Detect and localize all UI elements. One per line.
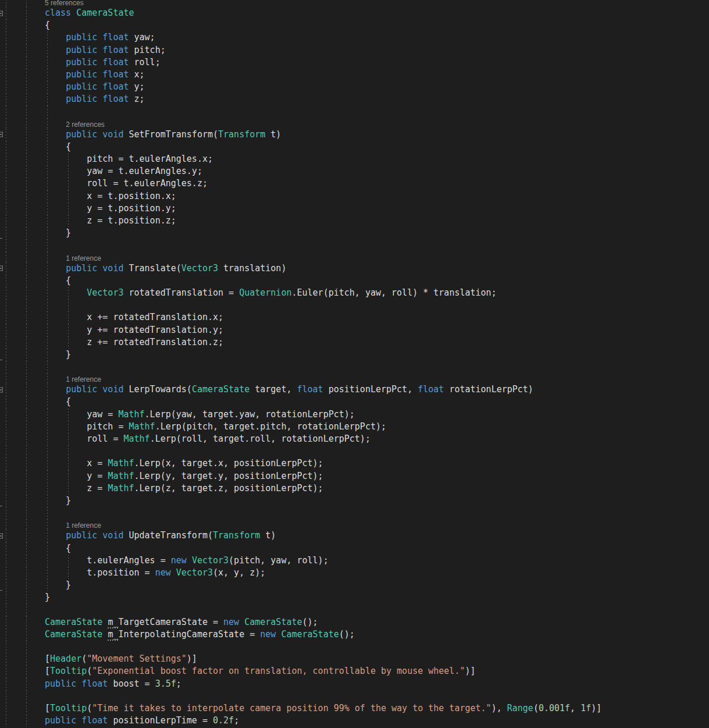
code-token: float (81, 679, 108, 689)
code-token: Vector3 (192, 555, 229, 566)
code-token (45, 81, 66, 92)
code-line[interactable]: t.position = new Vector3(x, y, z); (0, 567, 709, 579)
code-editor[interactable]: 5 referencesclass CameraState{ public fl… (0, 0, 709, 728)
code-line[interactable]: public float z; (0, 93, 709, 105)
code-line[interactable]: { (0, 141, 709, 153)
code-token: z = (45, 483, 108, 493)
indent-guide (6, 262, 6, 275)
fold-collapse-icon[interactable] (0, 132, 3, 137)
references-count-label[interactable]: 5 references (45, 0, 84, 7)
references-count-label[interactable]: 2 references (66, 120, 105, 129)
code-line[interactable] (0, 106, 709, 118)
code-line[interactable]: yaw = Mathf.Lerp(yaw, target.yaw, rotati… (0, 409, 709, 421)
code-line[interactable]: CameraState m_TargetCameraState = new Ca… (0, 616, 709, 628)
code-line[interactable]: [Tooltip("Time it takes to interpolate c… (0, 702, 709, 715)
code-token: yaw = t.eulerAngles.y; (45, 166, 202, 176)
code-line[interactable]: public float boost = 3.5f; (0, 678, 709, 690)
code-token: new (155, 567, 171, 578)
code-line[interactable]: x += rotatedTranslation.x; (0, 311, 709, 324)
indent-guide (26, 542, 27, 555)
indent-guide (26, 373, 27, 383)
code-line[interactable]: [Header("Movement Settings")] (0, 653, 709, 665)
code-token: .Lerp(x, target.x, positionLerpPct); (134, 458, 323, 468)
code-line[interactable] (0, 445, 709, 457)
code-line[interactable]: CameraState m_InterpolatingCameraState =… (0, 628, 709, 641)
code-token: (x, y, z); (213, 567, 265, 578)
code-line[interactable] (0, 507, 709, 519)
code-line[interactable]: public float roll; (0, 56, 709, 69)
code-line[interactable]: public void LerpTowards(CameraState targ… (0, 383, 709, 396)
code-token: ( (533, 703, 539, 713)
code-token (97, 530, 102, 541)
code-line[interactable]: } (0, 349, 709, 361)
code-token (97, 384, 102, 395)
code-line[interactable]: roll = Mathf.Lerp(roll, target.roll, rot… (0, 433, 709, 445)
code-line[interactable]: public float x; (0, 69, 709, 81)
code-line[interactable]: roll = t.eulerAngles.z; (0, 177, 709, 190)
code-line[interactable]: [Tooltip("Exponential boost factor on tr… (0, 665, 709, 677)
code-line[interactable]: public void Translate(Vector3 translatio… (0, 262, 709, 275)
code-line[interactable]: pitch = Mathf.Lerp(pitch, target.pitch, … (0, 421, 709, 433)
codelens-references[interactable]: 2 references (0, 118, 709, 129)
code-line[interactable]: pitch = t.eulerAngles.x; (0, 153, 709, 165)
code-line[interactable] (0, 641, 709, 653)
code-line[interactable] (0, 361, 709, 373)
code-token: rotationLerpPct) (444, 384, 533, 395)
codelens-references[interactable]: 1 reference (0, 519, 709, 530)
indent-guide (6, 7, 6, 19)
code-token: LerpTowards( (123, 384, 191, 395)
code-line[interactable] (0, 603, 709, 616)
code-line[interactable]: { (0, 275, 709, 287)
code-line[interactable]: z += rotatedTranslation.z; (0, 336, 709, 349)
indent-guide (6, 616, 6, 628)
indent-guide (26, 507, 27, 519)
code-token: rotatedTranslation = (123, 287, 239, 298)
code-line[interactable]: { (0, 542, 709, 555)
references-count-label[interactable]: 1 reference (66, 521, 101, 530)
code-line[interactable] (0, 239, 709, 251)
code-line[interactable]: } (0, 591, 709, 603)
references-count-label[interactable]: 1 reference (66, 254, 101, 262)
code-line[interactable]: { (0, 396, 709, 408)
code-token: Translate( (123, 263, 181, 274)
code-line[interactable]: yaw = t.eulerAngles.y; (0, 165, 709, 177)
code-token: Header (50, 654, 81, 664)
code-line[interactable]: } (0, 579, 709, 591)
code-line[interactable]: public void UpdateTransform(Transform t) (0, 530, 709, 542)
codelens-references[interactable]: 5 references (0, 0, 709, 7)
code-line[interactable]: x = Mathf.Lerp(x, target.x, positionLerp… (0, 457, 709, 470)
code-line[interactable]: public void SetFromTransform(Transform t… (0, 129, 709, 141)
code-line[interactable]: { (0, 19, 709, 31)
codelens-references[interactable]: 1 reference (0, 373, 709, 383)
code-line[interactable]: public float y; (0, 81, 709, 93)
code-token (45, 45, 66, 55)
codelens-references[interactable]: 1 reference (0, 252, 709, 262)
code-line[interactable]: public float pitch; (0, 44, 709, 56)
code-line[interactable]: public float positionLerpTime = 0.2f; (0, 715, 709, 727)
code-line[interactable]: class CameraState (0, 7, 709, 19)
code-lines-container[interactable]: 5 referencesclass CameraState{ public fl… (0, 0, 709, 727)
code-token: float (81, 715, 108, 726)
code-token (45, 384, 66, 395)
code-line[interactable]: } (0, 227, 709, 239)
code-line[interactable]: public float yaw; (0, 31, 709, 44)
fold-collapse-icon[interactable] (0, 387, 3, 392)
fold-collapse-icon[interactable] (0, 533, 3, 538)
references-count-label[interactable]: 1 reference (66, 375, 101, 383)
code-line[interactable] (0, 299, 709, 311)
fold-collapse-icon[interactable] (0, 10, 3, 16)
code-line[interactable]: z = t.position.z; (0, 215, 709, 227)
code-line[interactable]: x = t.position.x; (0, 190, 709, 203)
code-line[interactable]: z = Mathf.Lerp(z, target.z, positionLerp… (0, 482, 709, 495)
fold-collapse-icon[interactable] (0, 266, 3, 271)
indent-guide (26, 56, 27, 69)
code-line[interactable]: y = t.position.y; (0, 203, 709, 215)
code-line[interactable] (0, 690, 709, 702)
code-token: UpdateTransform( (123, 530, 213, 541)
code-line[interactable]: t.eulerAngles = new Vector3(pitch, yaw, … (0, 555, 709, 567)
code-line[interactable]: y += rotatedTranslation.y; (0, 324, 709, 336)
indent-guide (26, 628, 27, 641)
code-line[interactable]: } (0, 495, 709, 507)
code-line[interactable]: Vector3 rotatedTranslation = Quaternion.… (0, 287, 709, 299)
code-line[interactable]: y = Mathf.Lerp(y, target.y, positionLerp… (0, 470, 709, 482)
